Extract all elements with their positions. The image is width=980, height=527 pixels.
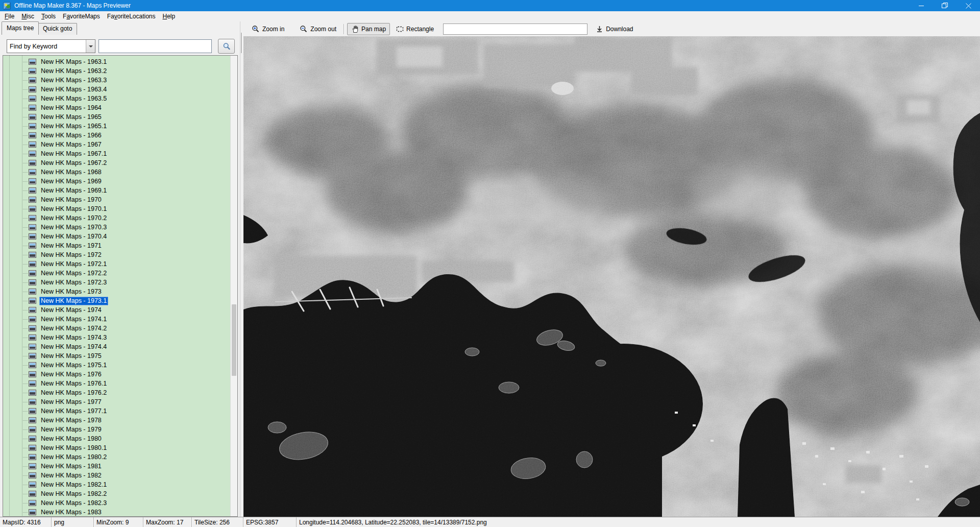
tab-maps-tree[interactable]: Maps tree bbox=[2, 21, 39, 35]
find-mode-dropdown[interactable]: Find by Keyword bbox=[7, 39, 95, 53]
tree-item[interactable]: New HK Maps - 1974.2 bbox=[3, 324, 230, 333]
zoom-in-button[interactable]: Zoom in bbox=[248, 23, 288, 35]
menu-item-favoritemaps[interactable]: FavoriteMaps bbox=[59, 12, 104, 21]
map-viewport[interactable] bbox=[243, 36, 980, 517]
tree-item[interactable]: New HK Maps - 1965.1 bbox=[3, 122, 230, 131]
tree-item[interactable]: New HK Maps - 1963.5 bbox=[3, 94, 230, 103]
tree-connector-line bbox=[22, 475, 28, 476]
tree-item[interactable]: New HK Maps - 1967.1 bbox=[3, 149, 230, 158]
tree-item[interactable]: New HK Maps - 1974 bbox=[3, 305, 230, 315]
tree-item-label: New HK Maps - 1970.3 bbox=[39, 223, 108, 232]
tree-item[interactable]: New HK Maps - 1972.3 bbox=[3, 278, 230, 287]
menu-item-misc[interactable]: Misc bbox=[18, 12, 38, 21]
status-tile-size: TileSize: 256 bbox=[192, 517, 243, 527]
tree-item[interactable]: New HK Maps - 1981 bbox=[3, 462, 230, 471]
menu-item-help[interactable]: Help bbox=[159, 12, 179, 21]
tree-item[interactable]: New HK Maps - 1972 bbox=[3, 250, 230, 259]
tree-connector-line bbox=[22, 108, 28, 108]
tree-item[interactable]: New HK Maps - 1979 bbox=[3, 425, 230, 434]
panel-splitter[interactable] bbox=[241, 33, 242, 53]
rectangle-button[interactable]: Rectangle bbox=[392, 23, 438, 35]
tree-item[interactable]: New HK Maps - 1977 bbox=[3, 397, 230, 406]
tree-item[interactable]: New HK Maps - 1972.1 bbox=[3, 259, 230, 269]
map-thumbnail-icon bbox=[29, 279, 36, 285]
tree-item[interactable]: New HK Maps - 1977.1 bbox=[3, 406, 230, 416]
tree-item[interactable]: New HK Maps - 1976 bbox=[3, 370, 230, 379]
tree-item[interactable]: New HK Maps - 1974.1 bbox=[3, 315, 230, 324]
tree-item[interactable]: New HK Maps - 1967 bbox=[3, 140, 230, 149]
tree-item[interactable]: New HK Maps - 1982 bbox=[3, 471, 230, 480]
tree-item[interactable]: New HK Maps - 1963.4 bbox=[3, 85, 230, 94]
map-thumbnail-icon bbox=[29, 500, 36, 506]
tree-item[interactable]: New HK Maps - 1970.1 bbox=[3, 204, 230, 213]
zoom-out-button[interactable]: Zoom out bbox=[296, 23, 340, 35]
search-button[interactable] bbox=[218, 39, 235, 54]
tree-item[interactable]: New HK Maps - 1980.1 bbox=[3, 443, 230, 452]
tree-item[interactable]: New HK Maps - 1980 bbox=[3, 434, 230, 443]
tree-item[interactable]: New HK Maps - 1973 bbox=[3, 287, 230, 296]
status-max-zoom: MaxZoom: 17 bbox=[143, 517, 192, 527]
map-thumbnail-icon bbox=[29, 380, 36, 387]
menu-item-file[interactable]: File bbox=[1, 12, 18, 21]
tree-item[interactable]: New HK Maps - 1970.2 bbox=[3, 213, 230, 223]
tree-connector-line bbox=[22, 402, 28, 402]
menu-item-favoritelocations[interactable]: FavoriteLocations bbox=[104, 12, 159, 21]
restore-button[interactable] bbox=[933, 0, 957, 11]
tree-item[interactable]: New HK Maps - 1975.1 bbox=[3, 361, 230, 370]
map-thumbnail-icon bbox=[29, 353, 36, 359]
dropdown-arrow-button[interactable] bbox=[86, 40, 95, 53]
tree-item[interactable]: New HK Maps - 1964 bbox=[3, 103, 230, 112]
tree-item[interactable]: New HK Maps - 1982.1 bbox=[3, 480, 230, 489]
tree-scrollbar-thumb[interactable] bbox=[232, 304, 236, 376]
tree-item[interactable]: New HK Maps - 1968 bbox=[3, 167, 230, 177]
tree-item-label: New HK Maps - 1967.1 bbox=[39, 150, 108, 158]
close-icon bbox=[966, 3, 971, 9]
tree-item[interactable]: New HK Maps - 1970.3 bbox=[3, 223, 230, 232]
tree-item[interactable]: New HK Maps - 1982.3 bbox=[3, 498, 230, 508]
tree-item[interactable]: New HK Maps - 1969.1 bbox=[3, 186, 230, 195]
pan-map-button[interactable]: Pan map bbox=[347, 23, 390, 35]
status-epsg: EPSG:3857 bbox=[243, 517, 297, 527]
tree-item[interactable]: New HK Maps - 1970 bbox=[3, 195, 230, 204]
close-button[interactable] bbox=[957, 0, 980, 11]
tree-item[interactable]: New HK Maps - 1973.1 bbox=[3, 296, 230, 305]
tree-item[interactable]: New HK Maps - 1974.3 bbox=[3, 333, 230, 342]
tree-item-label: New HK Maps - 1974 bbox=[39, 306, 103, 315]
tree-item[interactable]: New HK Maps - 1969 bbox=[3, 177, 230, 186]
tree-item[interactable]: New HK Maps - 1963.2 bbox=[3, 66, 230, 76]
aerial-map-image bbox=[243, 36, 980, 517]
tree-connector-line bbox=[22, 227, 28, 228]
tab-quick-goto[interactable]: Quick goto bbox=[38, 23, 77, 35]
rectangle-select-icon bbox=[396, 26, 404, 33]
tree-item[interactable]: New HK Maps - 1963.1 bbox=[3, 57, 230, 66]
status-coordinates: Longitude=114.204683, Latitude=22.252083… bbox=[297, 517, 980, 527]
tree-item-label: New HK Maps - 1979 bbox=[39, 425, 103, 434]
tree-item[interactable]: New HK Maps - 1967.2 bbox=[3, 158, 230, 167]
tree-connector-line bbox=[22, 494, 28, 494]
tree-connector-line bbox=[22, 236, 28, 237]
tree-item[interactable]: New HK Maps - 1976.1 bbox=[3, 379, 230, 388]
tree-connector-line bbox=[22, 411, 28, 412]
tree-item[interactable]: New HK Maps - 1982.2 bbox=[3, 489, 230, 498]
tree-connector-line bbox=[22, 319, 28, 320]
tree-item[interactable]: New HK Maps - 1974.4 bbox=[3, 342, 230, 351]
tree-item[interactable]: New HK Maps - 1972.2 bbox=[3, 269, 230, 278]
toolbar-input[interactable] bbox=[443, 23, 587, 35]
map-thumbnail-icon bbox=[29, 86, 36, 92]
tree-item[interactable]: New HK Maps - 1970.4 bbox=[3, 232, 230, 241]
download-button[interactable]: Download bbox=[592, 23, 637, 35]
tree-item[interactable]: New HK Maps - 1971 bbox=[3, 241, 230, 250]
tree-item[interactable]: New HK Maps - 1983 bbox=[3, 508, 230, 516]
tree-item[interactable]: New HK Maps - 1965 bbox=[3, 112, 230, 122]
maps-tree: New HK Maps - 1963.1New HK Maps - 1963.2… bbox=[3, 55, 238, 517]
minimize-button[interactable] bbox=[910, 0, 933, 11]
tree-item[interactable]: New HK Maps - 1963.3 bbox=[3, 76, 230, 85]
menu-item-tools[interactable]: Tools bbox=[38, 12, 59, 21]
tree-item[interactable]: New HK Maps - 1976.2 bbox=[3, 388, 230, 397]
search-input[interactable] bbox=[99, 39, 212, 53]
tree-scrollbar[interactable] bbox=[230, 56, 237, 516]
tree-item[interactable]: New HK Maps - 1975 bbox=[3, 351, 230, 361]
tree-item[interactable]: New HK Maps - 1966 bbox=[3, 131, 230, 140]
tree-item[interactable]: New HK Maps - 1978 bbox=[3, 416, 230, 425]
tree-item[interactable]: New HK Maps - 1980.2 bbox=[3, 452, 230, 462]
